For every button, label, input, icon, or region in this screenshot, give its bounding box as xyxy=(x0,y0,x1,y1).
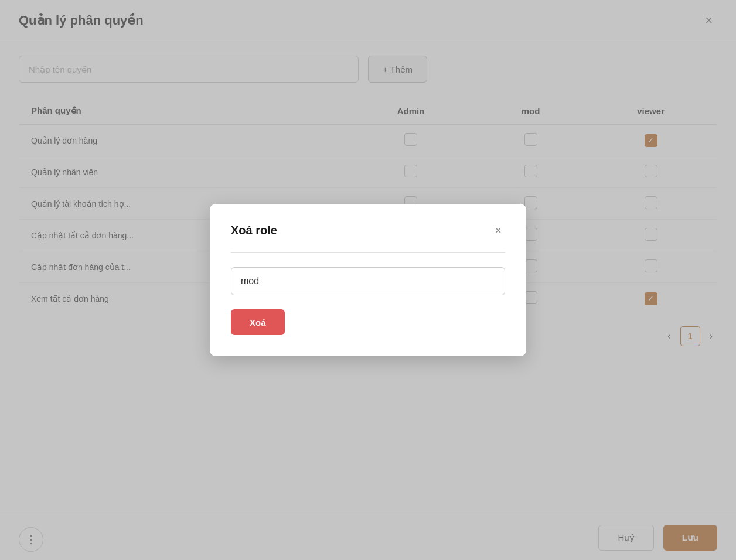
delete-role-input[interactable] xyxy=(231,267,505,295)
delete-dialog-header: Xoá role × xyxy=(231,223,505,238)
delete-dialog-title: Xoá role xyxy=(231,224,277,237)
dialog-divider xyxy=(231,252,505,253)
delete-button[interactable]: Xoá xyxy=(231,309,285,335)
delete-role-dialog: Xoá role × Xoá xyxy=(210,204,526,356)
overlay: Xoá role × Xoá xyxy=(0,0,736,560)
dialog-close-button[interactable]: × xyxy=(491,223,505,238)
